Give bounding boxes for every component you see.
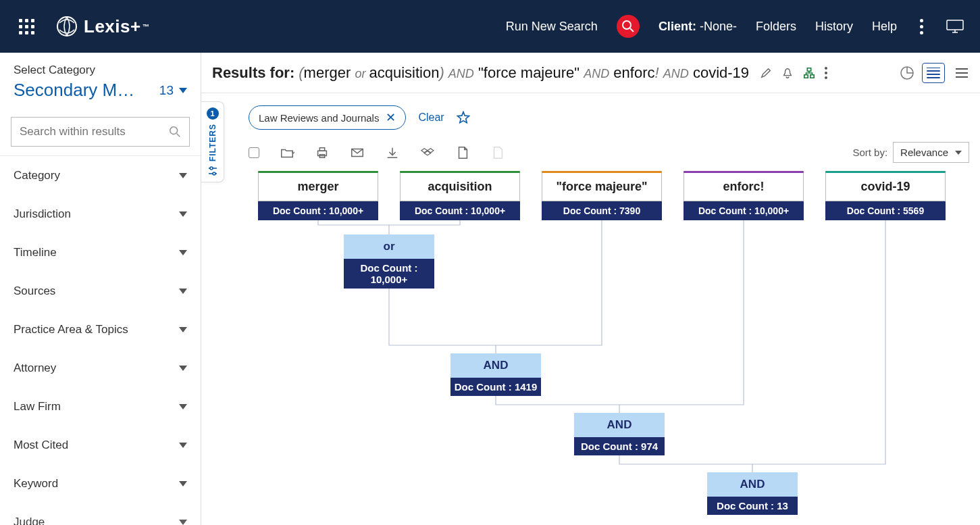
bell-icon[interactable] <box>781 67 794 79</box>
print-icon[interactable] <box>315 145 330 160</box>
chevron-down-icon <box>179 250 187 255</box>
term-node-enforc[interactable]: enforc! Doc Count : 10,000+ <box>684 171 804 220</box>
facet-label: Attorney <box>14 361 56 375</box>
facet-judge[interactable]: Judge <box>0 503 201 525</box>
topbar-overflow-menu[interactable] <box>916 19 927 34</box>
op-label: AND <box>450 353 541 378</box>
term-node-merger[interactable]: merger Doc Count : 10,000+ <box>258 171 378 220</box>
sort-select[interactable]: Relevance <box>893 142 969 163</box>
category-selector[interactable]: Secondary M… 13 <box>14 80 187 101</box>
search-term-map: merger Doc Count : 10,000+ acquisition D… <box>201 171 980 522</box>
svg-rect-9 <box>804 74 808 78</box>
monitor-icon[interactable] <box>946 20 964 33</box>
term-label: enforc! <box>684 173 804 201</box>
select-all-checkbox[interactable] <box>249 147 259 158</box>
facet-most-cited[interactable]: Most Cited <box>0 426 201 464</box>
facet-label: Sources <box>14 284 55 298</box>
query-display: (merger or acquisition) AND "force majeu… <box>299 64 749 82</box>
op-count: Doc Count : 1419 <box>450 378 541 396</box>
edit-icon[interactable] <box>760 67 772 79</box>
chevron-down-icon <box>179 481 187 486</box>
op-node-or[interactable]: or Doc Count : 10,000+ <box>344 234 434 289</box>
facet-practice-area[interactable]: Practice Area & Topics <box>0 310 201 349</box>
chevron-down-icon <box>179 289 187 294</box>
op-count: Doc Count : 10,000+ <box>344 259 434 289</box>
pie-view-icon[interactable] <box>899 65 915 81</box>
sort-value: Relevance <box>900 147 948 158</box>
facet-sources[interactable]: Sources <box>0 272 201 310</box>
term-count: Doc Count : 10,000+ <box>684 201 804 220</box>
download-icon[interactable] <box>385 145 400 160</box>
app-launcher-icon[interactable] <box>16 16 36 36</box>
term-node-covid[interactable]: covid-19 Doc Count : 5569 <box>825 171 946 220</box>
facet-label: Practice Area & Topics <box>14 323 128 336</box>
applied-filters-row: Law Reviews and Journals ✕ Clear <box>201 93 980 135</box>
filters-count-badge: 1 <box>207 107 219 120</box>
clear-filters-link[interactable]: Clear <box>418 111 444 124</box>
svg-rect-3 <box>947 20 963 30</box>
star-icon[interactable] <box>457 111 470 124</box>
facet-category[interactable]: Category <box>0 156 201 195</box>
svg-point-16 <box>210 167 213 170</box>
facet-list: Category Jurisdiction Timeline Sources P… <box>0 155 201 525</box>
results-overflow-menu[interactable] <box>825 67 827 79</box>
facet-label: Law Firm <box>14 400 61 414</box>
client-link[interactable]: Client: -None- <box>659 20 737 34</box>
term-label: merger <box>258 173 378 201</box>
client-label: Client: <box>659 20 696 33</box>
search-button[interactable] <box>617 15 640 38</box>
chip-remove-icon[interactable]: ✕ <box>386 110 396 125</box>
facet-attorney[interactable]: Attorney <box>0 349 201 387</box>
chevron-down-icon <box>179 88 187 93</box>
search-within-input[interactable] <box>20 125 169 139</box>
facet-law-firm[interactable]: Law Firm <box>0 387 201 426</box>
facet-keyword[interactable]: Keyword <box>0 464 201 503</box>
results-toolbar: Sort by: Relevance <box>201 135 980 166</box>
op-node-and-3[interactable]: AND Doc Count : 13 <box>707 472 798 515</box>
filter-chip[interactable]: Law Reviews and Journals ✕ <box>249 105 406 130</box>
facet-timeline[interactable]: Timeline <box>0 233 201 272</box>
email-icon[interactable] <box>350 145 365 160</box>
hamburger-icon[interactable] <box>956 65 968 81</box>
term-count: Doc Count : 5569 <box>825 201 946 220</box>
category-count: 13 <box>159 83 174 98</box>
history-link[interactable]: History <box>815 20 853 34</box>
svg-line-2 <box>630 28 634 32</box>
search-icon <box>621 20 635 33</box>
help-link[interactable]: Help <box>872 20 897 34</box>
tree-icon[interactable] <box>803 67 815 79</box>
brand-logo[interactable]: Lexis+™ <box>55 15 149 38</box>
sort-label: Sort by: <box>852 147 887 158</box>
term-node-force-majeure[interactable]: "force majeure" Doc Count : 7390 <box>542 171 662 220</box>
filters-label: FILTERS <box>208 124 217 161</box>
dropbox-icon[interactable] <box>420 145 435 160</box>
term-node-acquisition[interactable]: acquisition Doc Count : 10,000+ <box>400 171 520 220</box>
chevron-down-icon <box>179 211 187 217</box>
folders-link[interactable]: Folders <box>756 20 796 34</box>
results-header: Results for: (merger or acquisition) AND… <box>201 53 980 93</box>
list-view-button[interactable] <box>922 63 945 83</box>
connector-lines <box>201 171 980 522</box>
category-name: Secondary M… <box>14 80 134 101</box>
search-within-results[interactable] <box>11 117 190 147</box>
document-icon[interactable] <box>455 145 470 160</box>
svg-rect-10 <box>810 74 814 78</box>
op-label: or <box>344 234 434 259</box>
brand-text: Lexis+ <box>84 16 141 37</box>
op-label: AND <box>707 472 798 497</box>
chevron-down-icon <box>179 520 187 525</box>
svg-point-18 <box>213 172 215 175</box>
folder-icon[interactable] <box>280 145 294 160</box>
term-label: "force majeure" <box>542 173 662 201</box>
sliders-icon <box>207 166 218 176</box>
term-count: Doc Count : 10,000+ <box>400 201 520 220</box>
filters-tab[interactable]: 1 FILTERS <box>201 101 224 182</box>
results-for-label: Results for: <box>212 64 294 82</box>
globe-icon <box>55 15 78 38</box>
facet-jurisdiction[interactable]: Jurisdiction <box>0 195 201 233</box>
op-count: Doc Count : 974 <box>574 437 665 455</box>
chevron-down-icon <box>179 173 187 178</box>
run-new-search-link[interactable]: Run New Search <box>506 20 598 34</box>
op-node-and-2[interactable]: AND Doc Count : 974 <box>574 413 665 455</box>
op-node-and-1[interactable]: AND Doc Count : 1419 <box>450 353 541 396</box>
